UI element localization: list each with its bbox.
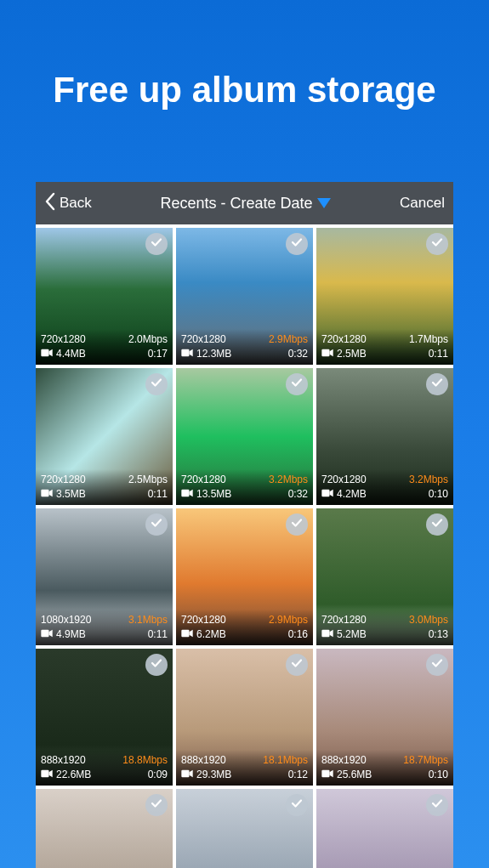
video-cell[interactable] [316, 789, 453, 868]
bitrate-label: 2.0Mbps [128, 332, 168, 347]
svg-rect-8 [321, 630, 329, 637]
svg-rect-10 [181, 770, 189, 777]
video-cell[interactable]: 720x12803.2Mbps4.2MB0:10 [316, 368, 453, 505]
svg-rect-5 [321, 490, 329, 496]
size-group: 13.5MB [181, 487, 231, 502]
duration-label: 0:16 [288, 627, 308, 642]
nav-title: Recents - Create Date [160, 195, 312, 213]
select-toggle[interactable] [145, 373, 168, 395]
check-icon [290, 797, 304, 814]
video-meta-overlay: 720x12802.9Mbps6.2MB0:16 [176, 610, 313, 645]
filesize-label: 4.9MB [56, 627, 86, 642]
video-cell[interactable]: 720x12802.9Mbps6.2MB0:16 [176, 508, 313, 645]
check-icon [290, 656, 304, 673]
video-camera-icon [181, 347, 193, 361]
select-toggle[interactable] [286, 794, 308, 816]
select-toggle[interactable] [426, 233, 448, 255]
check-icon [150, 656, 163, 673]
video-cell[interactable]: 720x12803.2Mbps13.5MB0:32 [176, 368, 313, 505]
check-icon [290, 516, 304, 533]
check-icon [430, 235, 444, 252]
duration-label: 0:11 [429, 347, 448, 361]
size-group: 4.9MB [41, 627, 86, 642]
video-cell[interactable]: 1080x19203.1Mbps4.9MB0:11 [36, 508, 173, 645]
video-cell[interactable]: 720x12802.9Mbps12.3MB0:32 [176, 228, 313, 365]
bitrate-label: 2.9Mbps [269, 332, 308, 347]
svg-rect-0 [41, 349, 48, 356]
select-toggle[interactable] [145, 794, 168, 816]
video-meta-overlay: 720x12801.7Mbps2.5MB0:11 [316, 329, 453, 365]
video-cell[interactable]: 720x12802.0Mbps4.4MB0:17 [36, 228, 173, 365]
check-icon [430, 797, 444, 814]
svg-rect-1 [181, 349, 189, 356]
bitrate-label: 2.9Mbps [269, 613, 308, 627]
video-cell[interactable] [176, 789, 313, 868]
triangle-down-icon [317, 198, 331, 208]
resolution-label: 888x1920 [181, 753, 226, 768]
filesize-label: 6.2MB [196, 627, 226, 642]
bitrate-label: 3.0Mbps [409, 613, 448, 627]
select-toggle[interactable] [426, 794, 448, 816]
svg-rect-7 [181, 630, 189, 637]
filesize-label: 22.6MB [56, 768, 91, 782]
select-toggle[interactable] [426, 373, 448, 395]
select-toggle[interactable] [145, 654, 168, 676]
select-toggle[interactable] [286, 654, 308, 676]
video-cell[interactable]: 888x192018.1Mbps29.3MB0:12 [176, 649, 313, 786]
filesize-label: 4.2MB [337, 487, 367, 502]
filesize-label: 13.5MB [196, 487, 231, 502]
video-meta-overlay: 720x12802.9Mbps12.3MB0:32 [176, 329, 313, 365]
video-camera-icon [181, 768, 193, 782]
bitrate-label: 3.2Mbps [409, 473, 448, 487]
select-toggle[interactable] [145, 233, 168, 255]
bitrate-label: 2.5Mbps [128, 473, 168, 487]
duration-label: 0:13 [429, 627, 448, 642]
video-cell[interactable]: 720x12803.0Mbps5.2MB0:13 [316, 508, 453, 645]
duration-label: 0:10 [429, 768, 448, 782]
select-toggle[interactable] [145, 513, 168, 536]
check-icon [430, 376, 444, 393]
video-cell[interactable]: 888x192018.8Mbps22.6MB0:09 [36, 649, 173, 786]
duration-label: 0:32 [288, 347, 308, 361]
resolution-label: 720x1280 [181, 613, 226, 627]
check-icon [290, 235, 304, 252]
duration-label: 0:12 [288, 768, 308, 782]
check-icon [290, 376, 304, 393]
nav-bar: Back Recents - Create Date Cancel [36, 182, 453, 224]
video-camera-icon [321, 347, 333, 361]
size-group: 29.3MB [181, 768, 231, 782]
filesize-label: 25.6MB [337, 768, 372, 782]
video-cell[interactable] [36, 789, 173, 868]
select-toggle[interactable] [286, 373, 308, 395]
resolution-label: 720x1280 [41, 332, 86, 347]
chevron-left-icon [44, 192, 56, 215]
video-cell[interactable]: 720x12802.5Mbps3.5MB0:11 [36, 368, 173, 505]
video-cell[interactable]: 888x192018.7Mbps25.6MB0:10 [316, 649, 453, 786]
bitrate-label: 3.2Mbps [269, 473, 308, 487]
size-group: 6.2MB [181, 627, 226, 642]
back-button[interactable]: Back [44, 192, 92, 215]
video-camera-icon [181, 487, 193, 502]
svg-rect-11 [321, 770, 329, 777]
check-icon [150, 516, 163, 533]
title-dropdown[interactable]: Recents - Create Date [160, 195, 331, 213]
filesize-label: 5.2MB [337, 627, 367, 642]
size-group: 4.2MB [321, 487, 367, 502]
size-group: 2.5MB [321, 347, 367, 361]
select-toggle[interactable] [426, 654, 448, 676]
cancel-button[interactable]: Cancel [400, 195, 445, 212]
select-toggle[interactable] [286, 513, 308, 536]
filesize-label: 2.5MB [337, 347, 367, 361]
video-camera-icon [41, 487, 53, 502]
bitrate-label: 18.8Mbps [122, 753, 168, 768]
filesize-label: 29.3MB [196, 768, 231, 782]
svg-rect-9 [41, 770, 48, 777]
bitrate-label: 18.7Mbps [403, 753, 448, 768]
duration-label: 0:17 [148, 347, 168, 361]
video-cell[interactable]: 720x12801.7Mbps2.5MB0:11 [316, 228, 453, 365]
select-toggle[interactable] [286, 233, 308, 255]
video-camera-icon [41, 768, 53, 782]
select-toggle[interactable] [426, 513, 448, 536]
size-group: 12.3MB [181, 347, 231, 361]
video-camera-icon [321, 627, 333, 642]
